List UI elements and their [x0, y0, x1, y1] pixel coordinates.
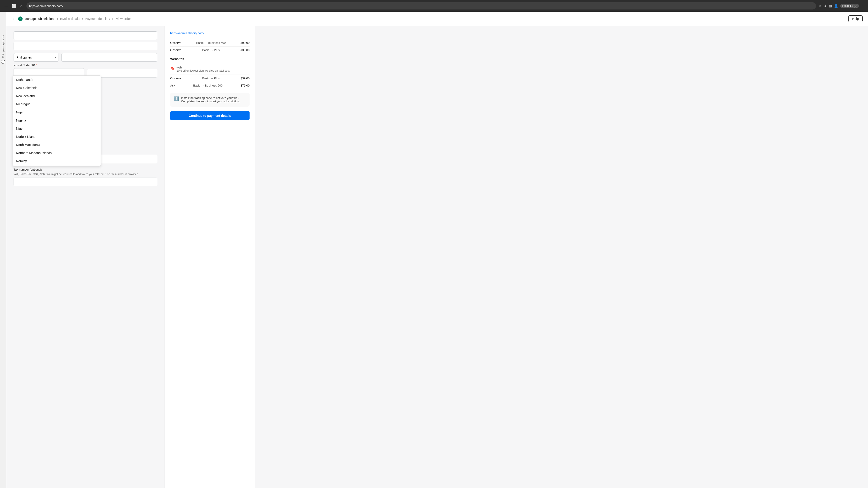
discount-label: web — [177, 66, 230, 69]
help-button[interactable]: Help — [848, 15, 863, 22]
dropdown-item[interactable]: Niger — [13, 108, 101, 116]
required-star: * — [36, 64, 37, 67]
address-input-area — [13, 31, 157, 51]
breadcrumb-arrow-2: › — [82, 17, 83, 21]
summary-product-2: Observe — [170, 48, 181, 52]
info-icon: ℹ️ — [174, 96, 179, 103]
summary-url: https://admin.shopify.com/ — [170, 31, 250, 35]
account-icon[interactable]: 👤 — [834, 4, 838, 8]
websites-title: Websites — [170, 57, 250, 61]
content-area: ← ✓ Manage subscriptions › Invoice detai… — [6, 12, 868, 488]
bookmark-icon[interactable]: ☆ — [819, 4, 822, 8]
main-layout: Rate your experience 💬 ← ✓ Manage subscr… — [0, 12, 868, 488]
feedback-icon[interactable]: 💬 — [1, 60, 5, 64]
country-section: Philippines ▾ Postal Code/ZIP * — [13, 31, 157, 77]
summary-row-2: Observe Basic → Plus $39.00 — [170, 46, 250, 54]
breadcrumb-manage-label: Manage subscriptions — [24, 17, 55, 21]
browser-chrome: — ⬜ ✕ https://admin.shopify.com/ ☆ ⬇ ▤ 👤… — [0, 0, 868, 12]
summary-product-4: Ask — [170, 84, 175, 87]
discount-description: 10% off on lowest plan. Applied on total… — [177, 69, 230, 72]
breadcrumb-manage-subscriptions[interactable]: ✓ Manage subscriptions — [18, 17, 55, 21]
summary-plan-3: Basic → Plus — [202, 76, 220, 80]
install-info-box: ℹ️ Install the tracking code to activate… — [170, 93, 250, 107]
browser-right-controls: ☆ ⬇ ▤ 👤 Incognito (3) ⋮ — [819, 4, 864, 8]
page-header: ← ✓ Manage subscriptions › Invoice detai… — [6, 12, 868, 26]
summary-product-1: Observe — [170, 41, 181, 44]
country-select-wrapper: Philippines ▾ — [13, 53, 59, 62]
browser-minimize[interactable]: — — [4, 3, 9, 9]
discount-info: web 10% off on lowest plan. Applied on t… — [177, 66, 230, 72]
summary-price-1: $99.00 — [241, 41, 250, 44]
websites-section: Websites 🔖 web 10% off on lowest plan. A… — [170, 57, 250, 89]
breadcrumb-invoice-label: Invoice details — [60, 17, 80, 21]
breadcrumb-review-order[interactable]: Review order — [112, 17, 131, 21]
breadcrumb-arrow-1: › — [57, 17, 58, 21]
tax-number-input[interactable] — [13, 177, 157, 186]
dropdown-item[interactable]: Nicaragua — [13, 100, 101, 108]
address-row: Philippines ▾ — [13, 53, 157, 62]
dropdown-item[interactable]: Oman — [13, 165, 101, 166]
country-dropdown-overlay: NetherlandsNew CaledoniaNew ZealandNicar… — [13, 75, 101, 166]
dropdown-item[interactable]: Netherlands — [13, 76, 101, 84]
address-input-2[interactable] — [13, 42, 157, 51]
country-select[interactable]: Philippines — [13, 53, 59, 62]
browser-address-bar[interactable]: https://admin.shopify.com/ — [26, 2, 816, 9]
more-icon[interactable]: ⋮ — [861, 4, 864, 8]
address-text: https://admin.shopify.com/ — [29, 4, 63, 8]
incognito-badge: Incognito (3) — [840, 4, 859, 8]
summary-product-3: Observe — [170, 76, 181, 80]
dropdown-item[interactable]: North Macedonia — [13, 141, 101, 149]
summary-price-3: $39.00 — [241, 76, 250, 80]
country-dropdown-list: NetherlandsNew CaledoniaNew ZealandNicar… — [13, 76, 101, 166]
summary-plan-2: Basic → Plus — [202, 48, 220, 52]
address-input[interactable] — [13, 31, 157, 40]
sidebar-strip: Rate your experience 💬 — [0, 12, 6, 488]
breadcrumb-payment-details[interactable]: Payment details — [85, 17, 107, 21]
dropdown-item[interactable]: Norway — [13, 157, 101, 165]
discount-icon: 🔖 — [170, 66, 175, 70]
download-icon[interactable]: ⬇ — [824, 4, 827, 8]
summary-plan-4: Basic → Business 500 — [193, 84, 222, 87]
breadcrumb-invoice-details[interactable]: Invoice details — [60, 17, 80, 21]
sidebar-toggle-icon[interactable]: ▤ — [829, 4, 832, 8]
back-button[interactable]: ← — [12, 16, 16, 22]
breadcrumb-arrow-3: › — [109, 17, 110, 21]
summary-row-4: Ask Basic → Business 500 $79.00 — [170, 82, 250, 89]
summary-row-1: Observe Basic → Business 500 $99.00 — [170, 39, 250, 46]
breadcrumb: ✓ Manage subscriptions › Invoice details… — [18, 17, 131, 21]
tax-number-group: Tax number (optional) VAT, Sales Tax, GS… — [13, 168, 157, 186]
dropdown-item[interactable]: New Caledonia — [13, 84, 101, 92]
dropdown-item[interactable]: Niue — [13, 125, 101, 133]
header-left: ← ✓ Manage subscriptions › Invoice detai… — [12, 16, 131, 22]
dropdown-item[interactable]: New Zealand — [13, 92, 101, 100]
install-info-text: Install the tracking code to activate yo… — [181, 96, 246, 103]
summary-price-4: $79.00 — [241, 84, 250, 87]
summary-first-section: Observe Basic → Business 500 $99.00 Obse… — [170, 39, 250, 54]
browser-maximize[interactable]: ⬜ — [11, 3, 17, 9]
tax-number-label: Tax number (optional) — [13, 168, 157, 171]
browser-controls: — ⬜ ✕ — [4, 3, 24, 9]
summary-column: https://admin.shopify.com/ Observe Basic… — [164, 26, 255, 488]
summary-row-3: Observe Basic → Plus $39.00 — [170, 75, 250, 82]
discount-row: 🔖 web 10% off on lowest plan. Applied on… — [170, 64, 250, 75]
two-col-layout: Philippines ▾ Postal Code/ZIP * — [6, 26, 868, 488]
city-input[interactable] — [61, 53, 157, 62]
summary-plan-1: Basic → Business 500 — [196, 41, 225, 44]
dropdown-item[interactable]: Norfolk Island — [13, 133, 101, 141]
rate-experience-label: Rate your experience — [2, 34, 4, 58]
check-icon: ✓ — [18, 17, 23, 21]
summary-price-2: $39.00 — [241, 48, 250, 52]
form-column: Philippines ▾ Postal Code/ZIP * — [6, 26, 164, 488]
breadcrumb-review-label: Review order — [112, 17, 131, 21]
breadcrumb-payment-label: Payment details — [85, 17, 107, 21]
tax-description: VAT, Sales Tax, GST, ABN. We might be re… — [13, 173, 157, 176]
browser-close[interactable]: ✕ — [19, 3, 24, 9]
postal-code-label: Postal Code/ZIP * — [13, 64, 84, 67]
dropdown-item[interactable]: Northern Mariana Islands — [13, 149, 101, 157]
dropdown-item[interactable]: Nigeria — [13, 116, 101, 125]
continue-button[interactable]: Continue to payment details — [170, 111, 250, 120]
